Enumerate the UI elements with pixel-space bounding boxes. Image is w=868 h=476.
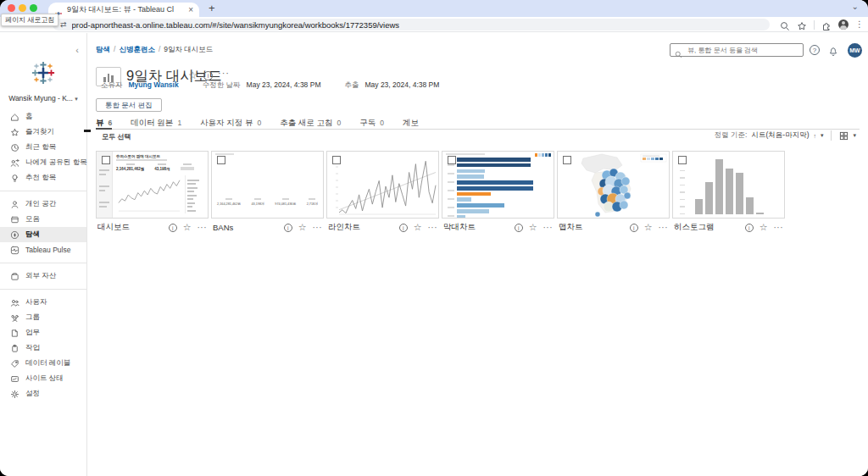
card-checkbox[interactable] <box>217 156 225 164</box>
mini-bar <box>457 186 533 191</box>
favorite-icon[interactable]: ☆ <box>529 223 537 232</box>
breadcrumb-project[interactable]: 신병훈련소 <box>119 45 155 55</box>
view-name-link[interactable]: 맵차트 <box>559 222 630 233</box>
chevron-down-icon[interactable]: ▾ <box>853 132 856 139</box>
tab-list-chevron-icon[interactable]: ⌄ <box>852 2 859 11</box>
sidebar-item-external-assets[interactable]: 외부 자산 <box>0 268 86 284</box>
view-thumbnail[interactable] <box>557 151 670 219</box>
info-icon[interactable]: i <box>169 224 177 232</box>
info-icon[interactable]: i <box>745 224 754 232</box>
tab-구독[interactable]: 구독0 <box>359 117 384 129</box>
browser-profile-avatar[interactable] <box>838 19 849 30</box>
view-name-link[interactable]: 막대차트 <box>443 222 515 233</box>
grid-view-icon[interactable] <box>839 131 849 141</box>
sidebar: ‹ Wansik Myung - K... ▾ 홈즐겨찾기최근 항 <box>0 33 87 476</box>
close-window-button[interactable] <box>8 4 15 12</box>
search-input[interactable] <box>686 46 798 55</box>
sidebar-item-recents[interactable]: 최근 항목 <box>0 140 86 155</box>
favorite-icon[interactable]: ☆ <box>644 223 653 232</box>
edit-workbook-button[interactable]: 통합 문서 편집 <box>96 98 162 112</box>
more-options-icon[interactable]: ··· <box>313 224 323 232</box>
user-avatar[interactable]: MW <box>848 43 862 58</box>
sidebar-item-personal-space[interactable]: 개인 공간 <box>0 196 86 212</box>
more-options-icon[interactable]: ··· <box>543 224 554 232</box>
card-checkbox[interactable] <box>102 156 110 164</box>
tab-데이터 원본[interactable]: 데이터 원본1 <box>131 117 181 129</box>
bookmark-star-icon[interactable] <box>797 19 807 30</box>
zoom-icon[interactable] <box>780 19 790 30</box>
view-thumbnail[interactable]: 슈퍼스토어 판매 대시보드2,164,281,462원43,198개 <box>96 151 209 219</box>
new-tab-button[interactable]: + <box>209 2 215 14</box>
more-actions-icon[interactable]: ··· <box>218 68 230 78</box>
address-bar[interactable]: ⇄ prod-apnortheast-a.online.tableau.com/… <box>53 19 770 30</box>
sidebar-item-tasks[interactable]: 업무 <box>0 325 86 340</box>
sidebar-item-label: 그룹 <box>25 313 40 323</box>
extensions-icon[interactable] <box>821 19 832 30</box>
sidebar-item-favorites[interactable]: 즐겨찾기 <box>0 125 86 140</box>
search-box[interactable] <box>670 43 804 57</box>
chevron-down-icon[interactable]: ▾ <box>821 132 824 139</box>
view-name-link[interactable]: 라인차트 <box>328 222 399 233</box>
view-name-link[interactable]: 대시보드 <box>97 222 169 233</box>
notifications-bell-icon[interactable] <box>828 45 838 55</box>
select-all-button[interactable]: 모두 선택 <box>102 132 131 141</box>
more-options-icon[interactable]: ··· <box>198 224 208 232</box>
sort-value-dropdown[interactable]: 시트(처음-마지막) <box>751 130 809 141</box>
sidebar-item-collections[interactable]: 모음 <box>0 212 86 227</box>
minimize-window-button[interactable] <box>19 4 26 12</box>
tab-추출 새로 고침[interactable]: 추출 새로 고침0 <box>280 117 341 129</box>
sidebar-item-data-labels[interactable]: 데이터 레이블 <box>0 356 86 371</box>
sidebar-item-settings[interactable]: 설정 <box>0 386 86 401</box>
view-thumbnail[interactable] <box>672 151 785 219</box>
sidebar-item-site-status[interactable]: 사이트 상태 <box>0 371 86 386</box>
sidebar-item-home[interactable]: 홈 <box>0 109 86 125</box>
favorite-icon[interactable]: ☆ <box>298 223 307 232</box>
favorite-icon[interactable]: ☆ <box>414 223 422 232</box>
favorite-star-icon[interactable]: ☆ <box>188 69 198 81</box>
more-options-icon[interactable]: ··· <box>774 224 784 232</box>
details-info-icon[interactable]: i <box>203 71 213 80</box>
sidebar-item-explore[interactable]: 탐색 <box>0 227 86 242</box>
card-checkbox[interactable] <box>678 156 687 164</box>
tab-뷰[interactable]: 뷰6 <box>96 117 112 129</box>
view-thumbnail[interactable] <box>326 151 439 219</box>
favorite-icon[interactable]: ☆ <box>760 223 768 232</box>
info-icon[interactable]: i <box>284 224 292 232</box>
info-icon[interactable]: i <box>515 224 523 232</box>
view-name-link[interactable]: 히스토그램 <box>674 222 745 233</box>
info-icon[interactable]: i <box>630 224 638 232</box>
favorite-icon[interactable]: ☆ <box>183 223 192 232</box>
mini-legend <box>535 153 551 157</box>
sort-direction-icon[interactable]: ↑ <box>813 133 816 139</box>
sidebar-item-recommendations[interactable]: 추천 항목 <box>0 170 86 185</box>
breadcrumb-explore[interactable]: 탐색 <box>96 45 110 55</box>
more-options-icon[interactable]: ··· <box>428 224 438 232</box>
sidebar-item-users[interactable]: 사용자 <box>0 295 86 310</box>
mini-side-chart <box>185 175 207 213</box>
tab-계보[interactable]: 계보 <box>403 117 419 129</box>
browser-menu-icon[interactable]: ⋮ <box>855 19 864 30</box>
tab-사용자 지정 뷰[interactable]: 사용자 지정 뷰0 <box>200 117 261 129</box>
more-options-icon[interactable]: ··· <box>659 224 669 232</box>
tab-close-icon[interactable]: × <box>188 6 193 14</box>
sidebar-item-tableau-pulse[interactable]: Tableau Pulse <box>0 242 86 257</box>
card-checkbox[interactable] <box>448 156 456 164</box>
account-switcher[interactable]: Wansik Myung - K... ▾ <box>0 94 86 102</box>
view-thumbnail[interactable]: 2,164,281,462원43,198개974,081,436원2,718개 <box>211 151 324 219</box>
sidebar-item-jobs[interactable]: 작업 <box>0 340 86 356</box>
maximize-window-button[interactable] <box>30 4 37 12</box>
sort-by-label: 정렬 기준: <box>715 130 748 141</box>
view-thumbnail[interactable] <box>442 151 554 219</box>
tab-label: 추출 새로 고침 <box>280 118 332 129</box>
view-name-link[interactable]: BANs <box>213 223 284 232</box>
card-checkbox[interactable] <box>332 156 341 164</box>
browser-tab[interactable]: 9일차 대시보드: 뷰 - Tableau Cl × <box>48 3 199 17</box>
sidebar-collapse-icon[interactable]: ‹ <box>75 45 79 55</box>
sidebar-item-groups[interactable]: 그룹 <box>0 310 86 325</box>
card-checkbox[interactable] <box>563 156 571 164</box>
site-info-icon[interactable]: ⇄ <box>60 20 67 29</box>
sidebar-item-shared-with-me[interactable]: 나에게 공유된 항목 <box>0 155 86 170</box>
owner-link[interactable]: Myung Wansik <box>129 80 179 89</box>
info-icon[interactable]: i <box>399 224 408 232</box>
help-icon[interactable]: ? <box>810 45 820 55</box>
